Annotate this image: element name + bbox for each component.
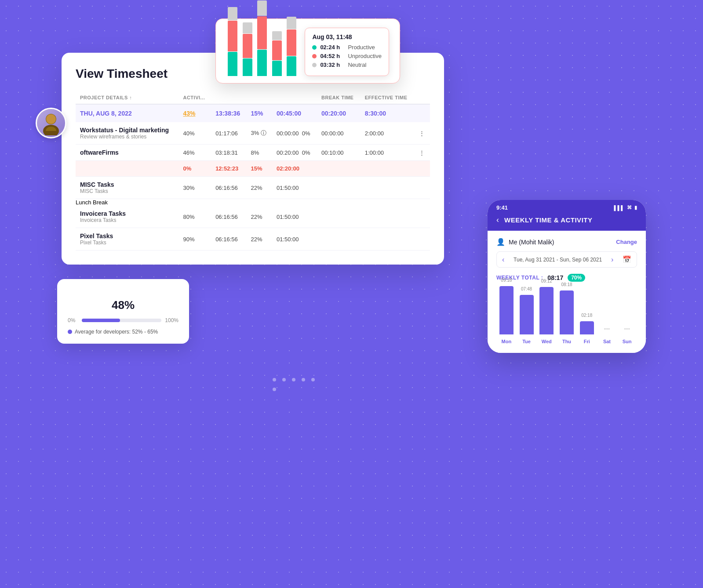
tooltip-time-neutral: 03:32 h bbox=[320, 62, 344, 68]
project-cell: MISC Tasks MISC Tasks bbox=[76, 177, 178, 199]
project-sub: MISC Tasks bbox=[80, 188, 174, 194]
mobile-bar-chart: 09:18 Mon 07:48 Tue 09:12 Wed 08:18 bbox=[496, 289, 637, 346]
bar-productive bbox=[257, 50, 267, 76]
row-time3: 00:00:00 0% bbox=[272, 122, 317, 145]
dot-gray bbox=[312, 63, 317, 67]
day-col-sat: ---- Sat bbox=[597, 326, 617, 344]
deco-dot bbox=[273, 388, 276, 391]
scene: View Timesheet PROJECT DETAILS ↑ ACTIVI.… bbox=[0, 0, 703, 588]
tooltip-time-productive: 02:24 h bbox=[320, 44, 344, 51]
prev-date-arrow[interactable]: ‹ bbox=[502, 256, 504, 264]
bar-neutral bbox=[243, 22, 252, 33]
day-bar bbox=[520, 295, 534, 334]
progress-fill bbox=[82, 319, 120, 322]
bar-group-1 bbox=[226, 7, 239, 76]
svg-point-2 bbox=[46, 114, 56, 124]
mobile-time: 9:41 bbox=[496, 204, 508, 211]
day-col-thu: 08:18 Thu bbox=[557, 282, 577, 344]
col-activity: ACTIVI... bbox=[178, 91, 211, 104]
tooltip-label-unproductive: Unproductive bbox=[348, 53, 382, 59]
row-time3: 01:50:00 bbox=[272, 206, 317, 228]
change-button[interactable]: Change bbox=[616, 239, 637, 245]
chart-popup: Aug 03, 11:48 02:24 h Productive 04:52 h… bbox=[215, 18, 400, 83]
dot-red bbox=[312, 54, 317, 58]
row-time1: 06:16:56 bbox=[211, 228, 246, 250]
date-time1: 13:38:36 bbox=[211, 104, 246, 122]
day-col-sun: ---- Sun bbox=[617, 326, 637, 344]
more-options-icon[interactable]: ⋮ bbox=[415, 145, 430, 161]
progress-min-label: 0% bbox=[68, 317, 78, 323]
day-col-fri: 02:18 Fri bbox=[577, 313, 597, 344]
bar-productive bbox=[243, 58, 252, 76]
activity-popup: 48% 0% 100% Average for developers: 52% … bbox=[57, 279, 189, 344]
day-bar bbox=[539, 287, 554, 334]
day-time: 09:18 bbox=[501, 278, 512, 283]
mobile-header: ‹ WEEKLY TIME & ACTIVITY bbox=[488, 211, 646, 231]
row-time2: 22% bbox=[246, 228, 272, 250]
project-sub: Review wireframes & stories bbox=[80, 134, 174, 140]
next-date-arrow[interactable]: › bbox=[611, 256, 613, 264]
project-name: oftwareFirms bbox=[80, 149, 174, 156]
project-cell: Pixel Tasks Pixel Tasks bbox=[76, 228, 178, 250]
row-time2: 8% bbox=[246, 145, 272, 161]
deco-dot bbox=[311, 378, 315, 381]
more-options-icon[interactable]: ⋮ bbox=[415, 122, 430, 145]
row-time3: 00:20:00 0% bbox=[272, 145, 317, 161]
day-label: Thu bbox=[562, 339, 571, 344]
project-sub: Pixel Tasks bbox=[80, 240, 174, 246]
progress-bar-row: 0% 100% bbox=[68, 317, 178, 323]
day-label: Sun bbox=[623, 339, 632, 344]
row-time3: 02:20:00 bbox=[272, 161, 317, 177]
avg-text: Average for developers: 52% - 65% bbox=[68, 329, 178, 335]
bar-chart bbox=[226, 28, 298, 76]
calendar-icon[interactable]: 📅 bbox=[623, 255, 631, 264]
table-row: Invoicera Tasks Invoicera Tasks 80% 06:1… bbox=[76, 206, 430, 228]
date-time2: 15% bbox=[246, 104, 272, 122]
col-time2 bbox=[246, 91, 272, 104]
date-summary-row: THU, AUG 8, 2022 43% 13:38:36 15% 00:45:… bbox=[76, 104, 430, 122]
bar-productive bbox=[287, 56, 296, 76]
project-cell: Invoicera Tasks Invoicera Tasks bbox=[76, 206, 178, 228]
date-label: THU, AUG 8, 2022 bbox=[76, 104, 178, 122]
bar-unproductive bbox=[228, 21, 237, 51]
activity-percent: 48% bbox=[68, 298, 178, 312]
day-col-wed: 09:12 Wed bbox=[536, 279, 557, 344]
mobile-status-bar: 9:41 ▌▌▌ ⌘ ▮ bbox=[488, 200, 646, 211]
row-time1: 06:16:56 bbox=[211, 206, 246, 228]
table-row: MISC Tasks MISC Tasks 30% 06:16:56 22% 0… bbox=[76, 177, 430, 199]
day-time: 02:18 bbox=[581, 313, 592, 318]
date-range: Tue, Aug 31 2021 - Sun, Sep 06 2021 bbox=[514, 257, 602, 263]
bar-unproductive bbox=[287, 29, 296, 56]
day-time: ---- bbox=[604, 326, 610, 331]
bar-neutral bbox=[272, 31, 282, 40]
tooltip-item-productive: 02:24 h Productive bbox=[312, 44, 382, 51]
date-activity: 43% bbox=[178, 104, 211, 122]
weekly-total-row: WEEKLY TOTAL : 08:17 70% bbox=[496, 274, 637, 282]
back-arrow-icon[interactable]: ‹ bbox=[496, 215, 499, 225]
tooltip-label-productive: Productive bbox=[348, 44, 375, 51]
row-time3: 01:50:00 bbox=[272, 177, 317, 199]
row-effective: 2:00:00 bbox=[361, 122, 415, 145]
bar-unproductive bbox=[257, 16, 267, 49]
bar-productive bbox=[228, 52, 237, 76]
row-time1: 03:18:31 bbox=[211, 145, 246, 161]
bar-group-5 bbox=[285, 17, 298, 76]
deco-dot bbox=[282, 378, 286, 381]
user-row: 👤 Me (Mohit Malik) Change bbox=[496, 238, 637, 246]
row-activity: 40% bbox=[178, 122, 211, 145]
chart-popup-inner: Aug 03, 11:48 02:24 h Productive 04:52 h… bbox=[226, 28, 389, 76]
mobile-header-title: WEEKLY TIME & ACTIVITY bbox=[504, 216, 592, 224]
project-cell: oftwareFirms bbox=[76, 145, 178, 161]
table-row: oftwareFirms 46% 03:18:31 8% 00:20:00 0%… bbox=[76, 145, 430, 161]
wifi-icon: ⌘ bbox=[627, 205, 632, 211]
deco-dot bbox=[292, 378, 295, 381]
date-nav: ‹ Tue, Aug 31 2021 - Sun, Sep 06 2021 › … bbox=[496, 251, 637, 268]
col-effective: EFFECTIVE TIME bbox=[361, 91, 415, 104]
tooltip-date: Aug 03, 11:48 bbox=[312, 33, 382, 40]
date-time3: 00:45:00 bbox=[272, 104, 317, 122]
project-name: MISC Tasks bbox=[80, 181, 174, 188]
row-activity: 90% bbox=[178, 228, 211, 250]
bar-productive bbox=[272, 61, 282, 76]
tooltip-time-unproductive: 04:52 h bbox=[320, 53, 344, 59]
col-actions bbox=[415, 91, 430, 104]
